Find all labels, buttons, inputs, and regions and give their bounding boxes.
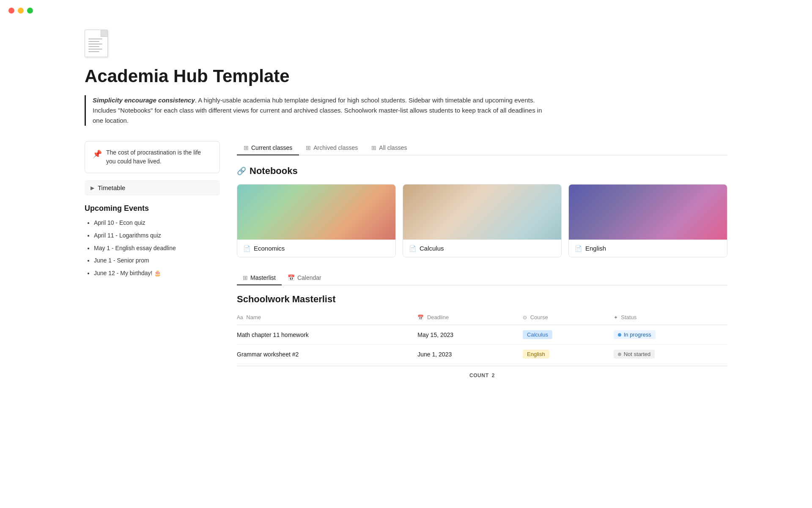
pin-icon: 📌 [93,149,102,160]
tab-all-classes[interactable]: ⊞ All classes [365,141,414,155]
economics-label: 📄 Economics [237,240,395,257]
main-tabs: ⊞ Current classes ⊞ Archived classes ⊞ A… [237,141,727,155]
main-content: Academia Hub Template Simplicity encoura… [0,21,812,410]
row-status-2: Not started [609,345,727,364]
col-status: ✦ Status [609,312,727,325]
document-icon: 📄 [243,245,250,252]
course-tag-calculus[interactable]: Calculus [523,330,552,339]
motivational-text: The cost of procrastination is the life … [106,148,212,166]
quote-block: Simplicity encourage consistency. A high… [85,95,550,126]
calculus-name: Calculus [420,245,444,252]
close-button[interactable] [8,8,14,14]
document-icon-2: 📄 [409,245,416,252]
right-panel: ⊞ Current classes ⊞ Archived classes ⊞ A… [237,141,727,384]
tab-archived-classes-label: Archived classes [313,144,358,151]
tab-archived-classes[interactable]: ⊞ Archived classes [299,141,365,155]
tab-all-classes-label: All classes [379,144,407,151]
table-row: Grammar worksheet #2 June 1, 2023 Englis… [237,345,727,364]
list-item: May 1 - English essay deadline [94,244,220,253]
list-item: June 12 - My birthday! 🎂 [94,269,220,278]
upcoming-events: Upcoming Events April 10 - Econ quiz Apr… [85,204,220,277]
sub-tabs: ⊞ Masterlist 📅 Calendar [237,271,727,285]
grid-icon-2: ⊞ [306,144,311,151]
circle-icon: ⊙ [523,315,527,320]
calculus-cover [403,185,561,240]
masterlist-section: Schoolwork Masterlist Aa Name 📅 Deadline [237,294,727,384]
economics-name: Economics [254,245,285,252]
calendar-col-icon: 📅 [417,315,424,320]
list-item: April 11 - Logarithms quiz [94,232,220,240]
page-title: Academia Hub Template [85,66,727,87]
notebook-card-calculus[interactable]: 📄 Calculus [403,184,562,257]
status-badge-notstarted: Not started [614,350,655,359]
chevron-right-icon: ▶ [91,185,94,191]
quote-italic-text: Simplicity encourage consistency [93,97,195,104]
traffic-lights [0,0,812,21]
count-row: COUNT 2 [237,366,727,384]
grid-icon-3: ⊞ [371,144,376,151]
masterlist-icon: ⊞ [243,274,248,281]
notebooks-title-text: Notebooks [250,166,298,177]
notebooks-section: 🔗 Notebooks 📄 Economics [237,166,727,257]
upcoming-events-title: Upcoming Events [85,204,220,213]
status-icon: ✦ [614,315,618,320]
calculus-label: 📄 Calculus [403,240,561,257]
grid-icon: ⊞ [244,144,249,151]
maximize-button[interactable] [27,8,33,14]
row-deadline-1: May 15, 2023 [412,325,518,345]
row-name-2: Grammar worksheet #2 [237,345,412,364]
notebooks-grid: 📄 Economics 📄 Calculus [237,184,727,257]
page-icon [85,30,727,57]
english-cover [569,185,727,240]
status-badge-inprogress: In progress [614,330,656,339]
notebook-card-economics[interactable]: 📄 Economics [237,184,396,257]
document-icon-3: 📄 [575,245,582,252]
row-status-1: In progress [609,325,727,345]
row-name-1: Math chapter 11 homework [237,325,412,345]
motivational-box: 📌 The cost of procrastination is the lif… [85,141,220,173]
status-dot [618,333,621,337]
english-label: 📄 English [569,240,727,257]
count-value: 2 [492,373,495,378]
status-text: In progress [624,331,651,338]
count-label: COUNT [469,373,489,378]
text-icon: Aa [237,315,243,320]
sub-tab-masterlist[interactable]: ⊞ Masterlist [237,271,282,285]
notebook-card-english[interactable]: 📄 English [568,184,727,257]
two-column-layout: 📌 The cost of procrastination is the lif… [85,141,727,384]
list-item: June 1 - Senior prom [94,257,220,265]
economics-cover [237,185,395,240]
row-deadline-2: June 1, 2023 [412,345,518,364]
table-row: Math chapter 11 homework May 15, 2023 Ca… [237,325,727,345]
timetable-label: Timetable [98,184,125,191]
sub-tab-masterlist-label: Masterlist [250,274,276,281]
col-name: Aa Name [237,312,412,325]
link-icon: 🔗 [237,166,246,176]
row-course-1: Calculus [518,325,609,345]
col-deadline: 📅 Deadline [412,312,518,325]
course-tag-english[interactable]: English [523,350,549,359]
timetable-toggle[interactable]: ▶ Timetable [85,180,220,196]
minimize-button[interactable] [18,8,24,14]
col-course: ⊙ Course [518,312,609,325]
list-item: April 10 - Econ quiz [94,219,220,227]
tab-current-classes-label: Current classes [251,144,292,151]
status-dot-2 [618,353,621,356]
sub-tab-calendar-label: Calendar [297,274,321,281]
calendar-icon: 📅 [288,274,295,281]
sidebar: 📌 The cost of procrastination is the lif… [85,141,220,282]
english-name: English [585,245,606,252]
status-text-2: Not started [624,351,651,357]
notebooks-title: 🔗 Notebooks [237,166,727,177]
masterlist-table: Aa Name 📅 Deadline ⊙ Course [237,312,727,364]
masterlist-title: Schoolwork Masterlist [237,294,727,305]
row-course-2: English [518,345,609,364]
events-list: April 10 - Econ quiz April 11 - Logarith… [85,219,220,277]
tab-current-classes[interactable]: ⊞ Current classes [237,141,299,155]
sub-tab-calendar[interactable]: 📅 Calendar [282,271,327,285]
